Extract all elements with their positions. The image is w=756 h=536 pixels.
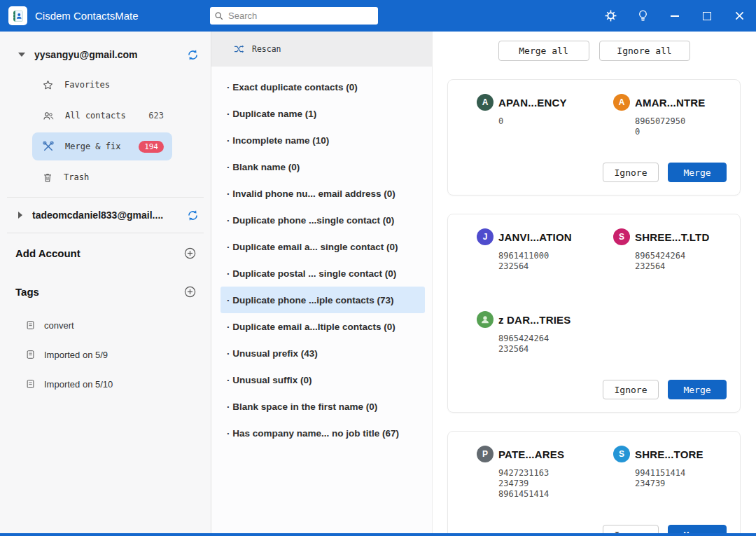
close-icon[interactable] xyxy=(732,9,746,23)
dup-category-item[interactable]: · Duplicate email a...ltiple contacts (0… xyxy=(220,313,425,340)
search-input[interactable] xyxy=(227,8,378,24)
contacts-grid: A APAN...ENCY 0 A AMAR...NTRE xyxy=(477,94,727,137)
sync-icon[interactable] xyxy=(186,48,200,62)
contact-details: 8965424264 232564 xyxy=(635,251,750,272)
chevron-right-icon[interactable] xyxy=(18,212,22,219)
dup-category-item[interactable]: · Blank space in the first name (0) xyxy=(220,393,425,420)
duplicate-group-card: J JANVI...ATION 8961411000 232564 S SHRE… xyxy=(447,214,741,413)
add-account-row[interactable]: Add Account xyxy=(0,238,211,269)
sidebar-item-all-contacts[interactable]: All contacts 623 xyxy=(32,102,172,130)
account-row-primary[interactable]: yysangyu@gmail.com xyxy=(0,41,211,68)
dup-category-item[interactable]: · Unusual suffix (0) xyxy=(220,366,425,393)
avatar: A xyxy=(613,94,630,111)
dup-category-item[interactable]: · Unusual prefix (43) xyxy=(220,340,425,366)
contact-name: AMAR...NTRE xyxy=(635,97,706,109)
dup-category-item[interactable]: · Duplicate phone ...single contact (0) xyxy=(220,207,425,233)
add-account-plus-icon[interactable] xyxy=(183,247,197,260)
dup-category-item[interactable]: · Duplicate email a... single contact (0… xyxy=(220,233,425,260)
app-logo-icon xyxy=(8,6,27,25)
dup-category-item[interactable]: · Has company name... no job title (67) xyxy=(220,420,425,446)
settings-gear-icon[interactable] xyxy=(603,9,617,23)
contact: S SHRE...TORE 9941151414 234739 xyxy=(613,446,750,500)
avatar: A xyxy=(477,94,493,111)
sync-icon[interactable] xyxy=(186,209,200,222)
contact-details: 9941151414 234739 xyxy=(635,468,750,489)
avatar: J xyxy=(477,228,493,245)
window-bottom-border xyxy=(0,533,756,536)
avatar: S xyxy=(613,228,630,245)
duplicates-detail-panel: Merge all Ignore all A APAN...ENCY 0 xyxy=(433,32,756,533)
sidebar-item-merge-fix[interactable]: Merge & fix 194 xyxy=(32,132,172,160)
divider xyxy=(7,197,204,198)
rescan-icon xyxy=(232,43,245,55)
star-icon xyxy=(42,79,54,91)
add-account-label: Add Account xyxy=(15,247,183,259)
people-icon xyxy=(42,110,55,122)
maximize-icon[interactable] xyxy=(700,9,714,23)
contact-name: PATE...ARES xyxy=(498,448,564,460)
account-email: tadeomcdaniel833@gmail.... xyxy=(32,209,186,221)
tag-item[interactable]: convert xyxy=(0,310,211,340)
account-email: yysangyu@gmail.com xyxy=(34,49,186,60)
avatar: P xyxy=(477,446,493,462)
tag-icon xyxy=(25,378,36,390)
ignore-button[interactable]: Ignore xyxy=(603,525,659,533)
contact: J JANVI...ATION 8961411000 232564 xyxy=(477,228,613,272)
contact-details: 8965072950 0 xyxy=(635,116,750,137)
dup-category-item[interactable]: · Duplicate name (1) xyxy=(220,100,425,127)
tag-label: convert xyxy=(44,320,74,331)
sidebar-item-trash[interactable]: Trash xyxy=(32,163,172,191)
trash-icon xyxy=(42,172,53,184)
tag-item[interactable]: Imported on 5/9 xyxy=(0,340,211,369)
merge-button[interactable]: Merge xyxy=(668,163,727,182)
contacts-count: 623 xyxy=(148,111,164,121)
contact-detail-line: 8961411000 xyxy=(498,251,613,261)
contact-detail-line: 0 xyxy=(498,116,613,127)
chevron-down-icon[interactable] xyxy=(18,53,25,57)
contact-name: APAN...ENCY xyxy=(498,97,567,109)
merge-button[interactable]: Merge xyxy=(668,380,727,399)
duplicate-group-card: A APAN...ENCY 0 A AMAR...NTRE xyxy=(447,79,741,195)
contact-detail-line: 8961451414 xyxy=(498,489,613,500)
dup-category-item[interactable]: · Incomplete name (10) xyxy=(220,127,425,153)
dup-category-item-selected[interactable]: · Duplicate phone ...iple contacts (73) xyxy=(220,287,425,313)
contact: P PATE...ARES 9427231163 234739 89614514… xyxy=(477,446,613,500)
merge-all-button[interactable]: Merge all xyxy=(498,41,589,61)
tips-lightbulb-icon[interactable] xyxy=(636,9,650,23)
add-tag-plus-icon[interactable] xyxy=(183,285,197,298)
titlebar: Cisdem ContactsMate xyxy=(0,0,756,32)
titlebar-actions xyxy=(603,9,746,23)
dup-category-item[interactable]: · Exact duplicate contacts (0) xyxy=(220,74,425,100)
ignore-all-button[interactable]: Ignore all xyxy=(599,41,690,61)
tag-label: Imported on 5/9 xyxy=(44,350,108,360)
contact-name: z DAR...TRIES xyxy=(498,314,570,326)
dup-category-item[interactable]: · Invalid phone nu... email address (0) xyxy=(220,180,425,207)
ignore-button[interactable]: Ignore xyxy=(603,163,659,182)
card-actions: Ignore Merge xyxy=(477,525,727,533)
sidebar-item-label: Favorites xyxy=(64,80,164,90)
tags-header-label: Tags xyxy=(15,286,183,298)
sidebar-item-favorites[interactable]: Favorites xyxy=(32,71,172,99)
account-row-secondary[interactable]: tadeomcdaniel833@gmail.... xyxy=(0,202,211,228)
divider xyxy=(7,233,204,233)
duplicate-categories-panel: Rescan · Exact duplicate contacts (0) · … xyxy=(211,32,433,533)
bulk-actions: Merge all Ignore all xyxy=(447,41,741,61)
ignore-button[interactable]: Ignore xyxy=(603,380,659,399)
rescan-button[interactable]: Rescan xyxy=(211,32,432,67)
dup-category-item[interactable]: · Duplicate postal ... single contact (0… xyxy=(220,260,425,287)
tag-item[interactable]: Imported on 5/10 xyxy=(0,369,211,399)
contact-detail-line: 234739 xyxy=(498,479,613,489)
app-title: Cisdem ContactsMate xyxy=(35,10,139,22)
contact-detail-line: 232564 xyxy=(498,344,613,355)
dup-category-item[interactable]: · Blank name (0) xyxy=(220,153,425,180)
merge-button[interactable]: Merge xyxy=(668,525,727,533)
account-folder-list: Favorites All contacts 623 xyxy=(32,71,172,191)
card-actions: Ignore Merge xyxy=(477,163,727,182)
contact-detail-line: 234739 xyxy=(635,479,750,489)
minimize-icon[interactable] xyxy=(668,9,682,23)
contacts-grid: J JANVI...ATION 8961411000 232564 S SHRE… xyxy=(477,228,727,355)
sidebar-item-label: Merge & fix xyxy=(65,142,139,151)
contact: A APAN...ENCY 0 xyxy=(477,94,613,137)
sidebar: yysangyu@gmail.com xyxy=(0,32,211,533)
contact-details: 9427231163 234739 8961451414 xyxy=(498,468,613,500)
